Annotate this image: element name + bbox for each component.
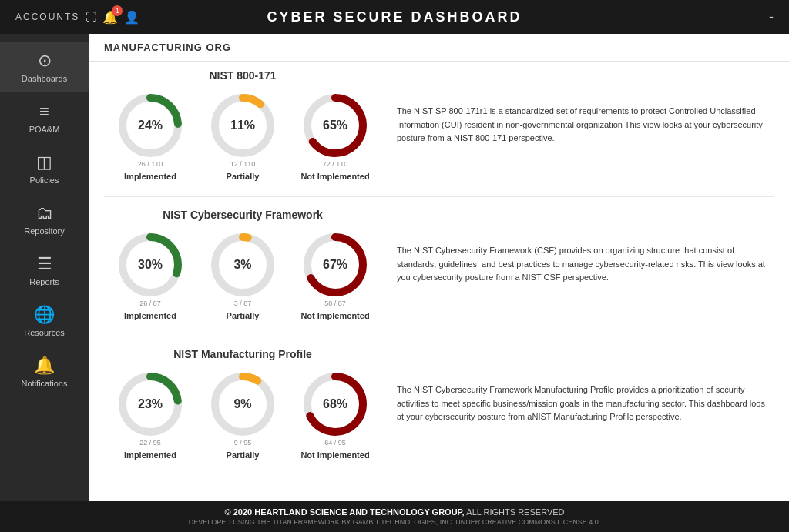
framework-desc-nist-800-171: The NIST SP 800-171r1 is a standardized … <box>397 105 774 146</box>
chart-sublabel-implemented: 22 / 95 <box>139 439 161 447</box>
chart-label-not-implemented: Not Implemented <box>300 311 369 320</box>
framework-charts-nist-csf: NIST Cybersecurity Framework 30% 26 / 87… <box>104 209 381 320</box>
donut-nist-csf-partially: 3% <box>208 230 277 299</box>
policies-icon: ◫ <box>36 152 52 172</box>
donut-nist-csf-not-implemented: 67% <box>300 230 370 299</box>
repository-icon: 🗂 <box>36 203 53 223</box>
framework-title-nist-800-171: NIST 800-171 <box>209 69 276 82</box>
footer-copyright: © 2020 HEARTLAND SCIENCE AND TECHNOLOGY … <box>225 507 465 517</box>
chart-item-nist-csf-partially: 3% 3 / 87 Partially <box>208 230 277 320</box>
sidebar-item-policies[interactable]: ◫ Policies <box>0 143 89 194</box>
sidebar-label-notifications: Notifications <box>22 379 68 388</box>
chart-item-nist-csf-not-implemented: 67% 58 / 87 Not Implemented <box>300 230 370 320</box>
donut-percent-partially: 3% <box>233 258 251 272</box>
donut-nist-mp-not-implemented: 68% <box>300 370 370 439</box>
framework-section-nist-800-171: NIST 800-171 24% 26 / 110 Implemented <box>104 69 774 181</box>
chart-label-implemented: Implemented <box>124 172 176 181</box>
chart-item-nist-mp-not-implemented: 68% 64 / 95 Not Implemented <box>300 370 370 460</box>
framework-section-nist-csf: NIST Cybersecurity Framework 30% 26 / 87… <box>104 209 774 320</box>
chart-sublabel-partially: 9 / 95 <box>234 439 252 447</box>
chart-sublabel-partially: 12 / 110 <box>230 160 256 168</box>
donut-nist-mp-partially: 9% <box>208 370 277 439</box>
sidebar-label-reports: Reports <box>29 277 59 286</box>
chart-item-nist-800-171-not-implemented: 65% 72 / 110 Not Implemented <box>300 91 370 181</box>
sidebar-item-poam[interactable]: ≡ POA&M <box>0 92 89 143</box>
footer: © 2020 HEARTLAND SCIENCE AND TECHNOLOGY … <box>0 501 789 532</box>
donut-center-partially: 11% <box>230 119 255 132</box>
chart-sublabel-not-implemented: 72 / 110 <box>323 160 348 168</box>
chart-label-not-implemented: Not Implemented <box>300 172 369 181</box>
user-icon[interactable]: 👤 <box>124 10 139 25</box>
donut-percent-not-implemented: 67% <box>323 258 347 272</box>
chart-label-implemented: Implemented <box>124 311 176 320</box>
charts-row-nist-mp: 23% 22 / 95 Implemented 9% 9 / 95 Partia… <box>116 370 370 460</box>
sidebar-item-resources[interactable]: 🌐 Resources <box>0 296 89 346</box>
donut-percent-partially: 11% <box>230 119 255 132</box>
donut-nist-800-171-partially: 11% <box>208 91 277 160</box>
sidebar-item-dashboards[interactable]: ⊙ Dashboards <box>0 42 89 92</box>
donut-center-partially: 9% <box>233 397 251 411</box>
chart-item-nist-mp-partially: 9% 9 / 95 Partially <box>208 370 277 460</box>
chart-sublabel-implemented: 26 / 87 <box>139 299 161 307</box>
donut-nist-800-171-implemented: 24% <box>116 91 185 160</box>
sidebar-label-repository: Repository <box>24 226 65 236</box>
sidebar-item-repository[interactable]: 🗂 Repository <box>0 194 89 245</box>
framework-title-nist-csf: NIST Cybersecurity Framework <box>163 209 323 221</box>
content-area: MANUFACTURING ORG NIST 800-171 24% 26 / … <box>89 34 789 501</box>
donut-nist-csf-implemented: 30% <box>116 230 185 299</box>
sidebar-item-reports[interactable]: ☰ Reports <box>0 245 89 296</box>
framework-desc-nist-csf: The NIST Cybersecurity Framework (CSF) p… <box>397 244 774 285</box>
chart-label-partially: Partially <box>227 172 260 181</box>
reports-icon: ☰ <box>37 254 52 274</box>
footer-sub: DEVELOPED USING THE TITAN FRAMEWORK BY G… <box>6 518 783 526</box>
content-body: NIST 800-171 24% 26 / 110 Implemented <box>89 62 789 501</box>
dash-button[interactable]: - <box>769 9 774 25</box>
chart-sublabel-not-implemented: 64 / 95 <box>324 439 346 447</box>
sidebar-label-resources: Resources <box>24 328 65 337</box>
chart-sublabel-not-implemented: 58 / 87 <box>324 299 346 307</box>
notification-bell[interactable]: 🔔 1 <box>102 10 118 25</box>
resize-icon[interactable]: ⛶ <box>86 11 96 23</box>
donut-percent-implemented: 24% <box>138 119 163 132</box>
chart-label-not-implemented: Not Implemented <box>300 450 369 460</box>
chart-item-nist-800-171-partially: 11% 12 / 110 Partially <box>208 91 277 181</box>
donut-center-implemented: 23% <box>138 397 163 411</box>
donut-percent-not-implemented: 65% <box>323 119 347 132</box>
donut-percent-partially: 9% <box>233 397 251 411</box>
chart-label-partially: Partially <box>227 450 260 460</box>
dashboards-icon: ⊙ <box>38 51 52 71</box>
framework-title-nist-mp: NIST Manufacturing Profile <box>173 348 312 360</box>
org-label: MANUFACTURING ORG <box>89 34 789 62</box>
donut-nist-800-171-not-implemented: 65% <box>300 91 370 160</box>
donut-center-implemented: 30% <box>138 258 163 272</box>
chart-sublabel-partially: 3 / 87 <box>234 299 252 307</box>
chart-item-nist-800-171-implemented: 24% 26 / 110 Implemented <box>116 91 185 181</box>
chart-item-nist-mp-implemented: 23% 22 / 95 Implemented <box>116 370 185 460</box>
footer-rights: ALL RIGHTS RESERVED <box>466 507 564 517</box>
sidebar-label-dashboards: Dashboards <box>22 74 67 83</box>
framework-section-nist-mp: NIST Manufacturing Profile 23% 22 / 95 I… <box>104 348 774 460</box>
donut-center-partially: 3% <box>233 258 251 272</box>
chart-label-implemented: Implemented <box>124 450 176 460</box>
sidebar-label-poam: POA&M <box>29 125 60 134</box>
main-layout: ⊙ Dashboards ≡ POA&M ◫ Policies 🗂 Reposi… <box>0 34 789 501</box>
framework-charts-nist-mp: NIST Manufacturing Profile 23% 22 / 95 I… <box>104 348 381 460</box>
donut-percent-implemented: 23% <box>138 397 163 411</box>
charts-row-nist-csf: 30% 26 / 87 Implemented 3% 3 / 87 Partia… <box>116 230 370 320</box>
framework-charts-nist-800-171: NIST 800-171 24% 26 / 110 Implemented <box>104 69 381 181</box>
chart-label-partially: Partially <box>227 311 260 320</box>
sidebar-item-notifications[interactable]: 🔔 Notifications <box>0 346 89 397</box>
header: ACCOUNTS ⛶ 🔔 1 👤 CYBER SECURE DASHBOARD … <box>0 0 789 34</box>
donut-center-not-implemented: 68% <box>323 397 347 411</box>
donut-percent-implemented: 30% <box>138 258 163 272</box>
poam-icon: ≡ <box>39 102 49 122</box>
accounts-label: ACCOUNTS <box>15 12 79 22</box>
donut-center-implemented: 24% <box>138 119 163 132</box>
sidebar: ⊙ Dashboards ≡ POA&M ◫ Policies 🗂 Reposi… <box>0 34 89 501</box>
donut-percent-not-implemented: 68% <box>323 397 347 411</box>
notification-badge: 1 <box>112 5 123 16</box>
notifications-icon: 🔔 <box>34 356 55 376</box>
charts-row-nist-800-171: 24% 26 / 110 Implemented 11% 12 / 110 Pa… <box>116 91 370 181</box>
chart-sublabel-implemented: 26 / 110 <box>138 160 163 168</box>
resources-icon: 🌐 <box>34 305 55 325</box>
